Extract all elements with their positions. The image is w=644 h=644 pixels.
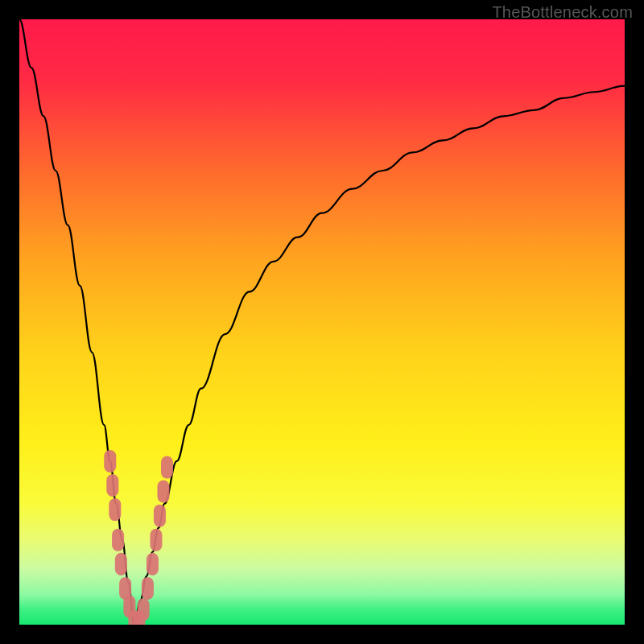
sample-marker	[138, 598, 150, 621]
sample-marker	[154, 505, 166, 527]
sample-marker	[142, 577, 154, 600]
chart-frame: TheBottleneck.com	[0, 0, 644, 644]
sample-marker	[147, 553, 159, 576]
sample-marker	[112, 529, 124, 551]
sample-marker	[150, 529, 162, 551]
watermark-text: TheBottleneck.com	[492, 3, 633, 22]
sample-marker	[106, 474, 118, 497]
plot-area	[19, 19, 625, 625]
gradient-background	[19, 19, 625, 625]
sample-marker	[157, 481, 169, 503]
sample-marker	[104, 450, 116, 473]
sample-marker	[109, 498, 121, 521]
sample-marker	[161, 456, 173, 478]
sample-marker	[115, 553, 127, 576]
